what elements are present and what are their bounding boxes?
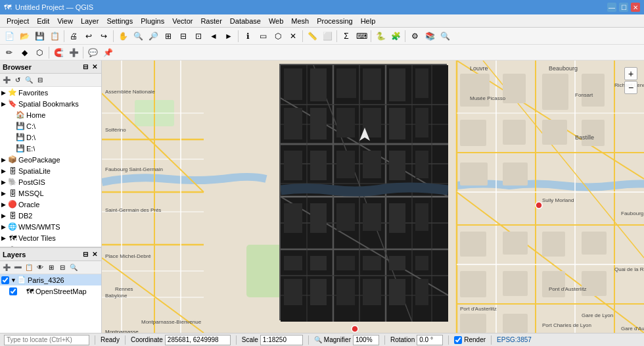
- summary-stats-btn[interactable]: Σ: [339, 29, 354, 43]
- tree-spatialite[interactable]: ▶ 🗄 SpatiaLite: [0, 165, 101, 176]
- minimize-button[interactable]: —: [607, 3, 616, 12]
- layer-osm[interactable]: 🗺 OpenStreetMap: [0, 285, 101, 297]
- rotation-input[interactable]: [417, 335, 443, 345]
- tree-drive-e[interactable]: 💾 E:\: [0, 143, 101, 154]
- browser-close-btn[interactable]: ✕: [91, 63, 99, 70]
- print-btn[interactable]: 🖨: [66, 29, 81, 43]
- zoom-in-map-btn[interactable]: +: [624, 67, 637, 80]
- browser-add-btn[interactable]: ➕: [1, 75, 12, 86]
- tree-home[interactable]: 🏠 Home: [0, 109, 101, 120]
- menu-web[interactable]: Web: [265, 16, 287, 26]
- close-button[interactable]: ✕: [631, 3, 640, 12]
- menu-raster[interactable]: Raster: [196, 16, 225, 26]
- menu-database[interactable]: Database: [226, 16, 265, 26]
- map-area[interactable]: Louvre Beaubourg Bastille Port d'Austerl…: [102, 61, 644, 333]
- menu-project[interactable]: Project: [3, 16, 33, 26]
- maximize-button[interactable]: ☐: [619, 3, 628, 12]
- zoom-full-btn[interactable]: ⊞: [161, 29, 175, 43]
- deselect-btn[interactable]: ✕: [286, 29, 300, 43]
- browser-collapse-btn[interactable]: ⊟: [35, 75, 45, 86]
- menu-vector[interactable]: Vector: [168, 16, 196, 26]
- menu-settings[interactable]: Settings: [103, 16, 137, 26]
- locate-input[interactable]: [4, 335, 89, 345]
- coordinate-input[interactable]: [165, 335, 231, 345]
- layers-open-attr-btn[interactable]: 📋: [24, 262, 34, 273]
- menu-view[interactable]: View: [53, 16, 77, 26]
- map-tips-btn[interactable]: 💬: [85, 45, 100, 60]
- snapping-btn[interactable]: 🧲: [51, 45, 66, 60]
- layers-toggle-all-btn[interactable]: 👁: [35, 262, 45, 273]
- map-nav-controls[interactable]: + −: [624, 67, 637, 94]
- tree-drive-c[interactable]: 💾 C:\: [0, 120, 101, 132]
- svg-rect-101: [284, 108, 302, 139]
- layers-close-btn[interactable]: ✕: [91, 251, 99, 258]
- save-as-btn[interactable]: 📋: [47, 29, 62, 43]
- open-project-btn[interactable]: 📂: [17, 29, 32, 43]
- layers-tree[interactable]: ▼ 📄 Paris_4326 🗺 OpenStreetMap: [0, 274, 101, 333]
- select-poly-btn[interactable]: ⬡: [271, 29, 285, 43]
- measure-line-btn[interactable]: 📏: [305, 29, 319, 43]
- digitize-btn[interactable]: ✏: [2, 45, 16, 60]
- processing-btn[interactable]: ⚙: [407, 29, 422, 43]
- layer-osm-checkbox[interactable]: [9, 287, 17, 295]
- tree-spatial-bookmarks[interactable]: ▶ 🔖 Spatial Bookmarks: [0, 98, 101, 109]
- zoom-out-map-btn[interactable]: −: [624, 81, 637, 94]
- tree-wms[interactable]: ▶ 🌐 WMS/WMTS: [0, 221, 101, 232]
- save-project-btn[interactable]: 💾: [32, 29, 47, 43]
- annotation-btn[interactable]: 📌: [101, 45, 115, 60]
- zoom-in-btn[interactable]: 🔍: [131, 29, 145, 43]
- browser-refresh-btn[interactable]: ↺: [12, 75, 23, 86]
- tree-geopackage[interactable]: ▶ 📦 GeoPackage: [0, 154, 101, 165]
- redo-btn[interactable]: ↪: [97, 29, 111, 43]
- tree-vector-tiles[interactable]: ▶ 🗺 Vector Tiles: [0, 232, 101, 243]
- python-btn[interactable]: 🐍: [373, 29, 388, 43]
- epsg-label[interactable]: EPSG:3857: [497, 336, 532, 343]
- browser-options-btn[interactable]: ⊟: [81, 63, 89, 70]
- browser-tree[interactable]: ▶ ⭐ Favorites ▶ 🔖 Spatial Bookmarks 🏠 Ho…: [0, 87, 101, 247]
- tree-xyz-tiles[interactable]: ▼ 🗺 XYZ Tiles: [0, 243, 101, 247]
- tree-mssql[interactable]: ▶ 🗄 MSSQL: [0, 187, 101, 199]
- svg-rect-114: [310, 203, 327, 233]
- zoom-prev-btn[interactable]: ◄: [206, 29, 221, 43]
- layers-add-btn[interactable]: ➕: [1, 262, 12, 273]
- browser-filter-btn[interactable]: 🔍: [24, 75, 34, 86]
- layers-remove-btn[interactable]: ➖: [12, 262, 23, 273]
- layer-paris[interactable]: ▼ 📄 Paris_4326: [0, 274, 101, 285]
- new-project-btn[interactable]: 📄: [2, 29, 16, 43]
- layers-expand-btn[interactable]: ⊞: [46, 262, 57, 273]
- menu-help[interactable]: Help: [357, 16, 380, 26]
- layers-collapse-btn[interactable]: ⊟: [57, 262, 68, 273]
- locator-btn[interactable]: 🔍: [438, 29, 452, 43]
- measure-area-btn[interactable]: ⬜: [320, 29, 334, 43]
- field-calc-btn[interactable]: ⌨: [354, 29, 369, 43]
- atlas-btn[interactable]: 📚: [423, 29, 437, 43]
- tree-postgis[interactable]: ▶ 🐘 PostGIS: [0, 176, 101, 187]
- node-tool-btn[interactable]: ◆: [17, 45, 32, 60]
- vertex-tool-btn[interactable]: ⬡: [32, 45, 47, 60]
- menu-edit[interactable]: Edit: [33, 16, 53, 26]
- layer-paris-checkbox[interactable]: [1, 276, 9, 284]
- undo-btn[interactable]: ↩: [81, 29, 96, 43]
- identify-btn[interactable]: ℹ: [241, 29, 255, 43]
- layers-filter-btn[interactable]: 🔍: [68, 262, 79, 273]
- plugins-btn[interactable]: 🧩: [388, 29, 403, 43]
- menu-mesh[interactable]: Mesh: [287, 16, 313, 26]
- layers-options-btn[interactable]: ⊟: [81, 251, 89, 258]
- zoom-selection-btn[interactable]: ⊡: [191, 29, 206, 43]
- magnifier-input[interactable]: [353, 335, 379, 345]
- pan-btn[interactable]: ✋: [116, 29, 130, 43]
- menu-layer[interactable]: Layer: [77, 16, 103, 26]
- add-feature-btn[interactable]: ➕: [66, 45, 81, 60]
- tree-oracle[interactable]: ▶ 🔴 Oracle: [0, 199, 101, 210]
- tree-drive-d[interactable]: 💾 D:\: [0, 132, 101, 143]
- render-checkbox[interactable]: [454, 336, 462, 344]
- scale-input[interactable]: [260, 335, 303, 345]
- zoom-out-btn[interactable]: 🔎: [146, 29, 160, 43]
- select-rect-btn[interactable]: ▭: [256, 29, 270, 43]
- tree-db2[interactable]: ▶ 🗄 DB2: [0, 210, 101, 221]
- tree-favorites[interactable]: ▶ ⭐ Favorites: [0, 87, 101, 98]
- zoom-next-btn[interactable]: ►: [221, 29, 236, 43]
- menu-plugins[interactable]: Plugins: [137, 16, 168, 26]
- zoom-layer-btn[interactable]: ⊟: [176, 29, 191, 43]
- menu-processing[interactable]: Processing: [313, 16, 356, 26]
